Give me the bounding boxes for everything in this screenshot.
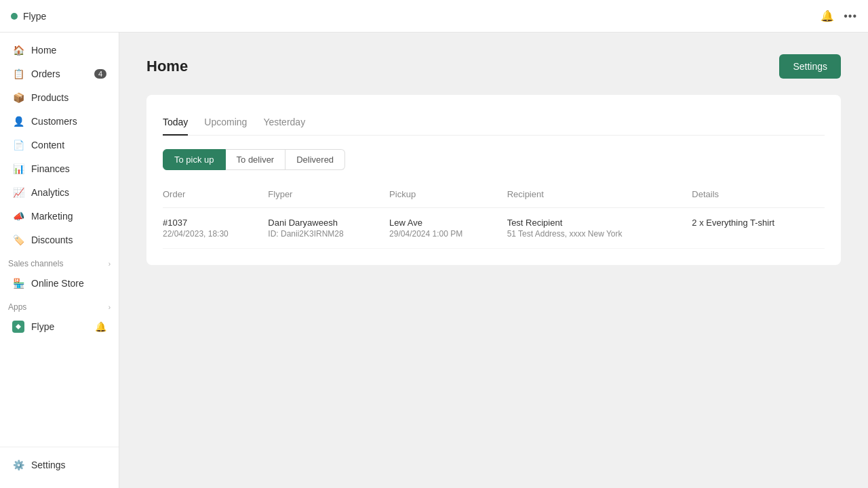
app-dot [11, 13, 18, 20]
orders-badge: 4 [94, 69, 106, 79]
tab-upcoming[interactable]: Upcoming [204, 111, 247, 136]
topbar-right-actions: 🔔 ••• [821, 9, 857, 22]
col-pickup: Pickup [389, 184, 507, 208]
settings-icon: ⚙️ [12, 459, 24, 471]
order-details: 2 x Everything T-shirt [692, 218, 774, 228]
main-card: Today Upcoming Yesterday To pick up To d… [146, 95, 841, 265]
details-cell: 2 x Everything T-shirt [692, 208, 825, 249]
apps-label: Apps [8, 302, 26, 312]
content-icon: 📄 [12, 139, 24, 151]
apps-chevron: › [108, 304, 111, 311]
sidebar-label-flype: Flype [31, 321, 54, 332]
sidebar-item-marketing[interactable]: 📣 Marketing [4, 205, 115, 228]
flyper-id: ID: Danii2K3IRNM28 [268, 229, 389, 239]
sidebar-label-finances: Finances [31, 163, 70, 174]
col-flyper: Flyper [268, 184, 389, 208]
subtab-to-pick-up[interactable]: To pick up [163, 149, 226, 170]
tab-yesterday[interactable]: Yesterday [263, 111, 305, 136]
sidebar-item-finances[interactable]: 📊 Finances [4, 157, 115, 180]
sidebar-label-customers: Customers [31, 116, 77, 127]
analytics-icon: 📈 [12, 186, 24, 199]
more-icon[interactable]: ••• [844, 10, 857, 22]
flyper-name: Dani Daryaweesh [268, 218, 389, 228]
sidebar-label-home: Home [31, 45, 56, 56]
tab-today[interactable]: Today [163, 111, 188, 136]
sidebar-item-discounts[interactable]: 🏷️ Discounts [4, 228, 115, 251]
sidebar-label-products: Products [31, 92, 68, 103]
sidebar-item-analytics[interactable]: 📈 Analytics [4, 181, 115, 204]
orders-table: Order Flyper Pickup Recipient Details #1… [163, 184, 825, 249]
discounts-icon: 🏷️ [12, 234, 24, 246]
pickup-cell: Lew Ave 29/04/2024 1:00 PM [389, 208, 507, 249]
sidebar-label-settings: Settings [31, 460, 66, 470]
sidebar: 🏠 Home 📋 Orders 4 📦 Products 👤 Customers… [0, 33, 119, 488]
apps-section: Apps › [0, 296, 119, 314]
pickup-location: Lew Ave [389, 218, 507, 228]
sales-channels-label: Sales channels [8, 259, 63, 268]
flype-bell-icon[interactable]: 🔔 [95, 321, 106, 332]
sidebar-item-settings[interactable]: ⚙️ Settings [4, 453, 115, 476]
col-details: Details [692, 184, 825, 208]
sidebar-item-products[interactable]: 📦 Products [4, 86, 115, 109]
subtab-delivered[interactable]: Delivered [285, 149, 345, 170]
sidebar-item-flype[interactable]: Flype 🔔 [4, 315, 115, 338]
table-row: #1037 22/04/2023, 18:30 Dani Daryaweesh … [163, 208, 825, 249]
subtab-to-deliver[interactable]: To deliver [226, 149, 286, 170]
topbar: Flype 🔔 ••• [0, 0, 868, 33]
sales-channels-chevron: › [108, 260, 111, 268]
page-title: Home [146, 58, 188, 75]
store-icon: 🏪 [12, 277, 24, 289]
order-cell: #1037 22/04/2023, 18:30 [163, 208, 268, 249]
customers-icon: 👤 [12, 115, 24, 127]
main-content: Home Settings Today Upcoming Yesterday T… [119, 33, 868, 488]
recipient-address: 51 Test Address, xxxx New York [507, 229, 692, 239]
sidebar-item-customers[interactable]: 👤 Customers [4, 110, 115, 133]
recipient-cell: Test Recipient 51 Test Address, xxxx New… [507, 208, 692, 249]
date-tabs: Today Upcoming Yesterday [163, 111, 825, 136]
settings-button[interactable]: Settings [779, 54, 841, 79]
page-header: Home Settings [146, 54, 841, 79]
sidebar-label-analytics: Analytics [31, 187, 69, 198]
sidebar-item-home[interactable]: 🏠 Home [4, 39, 115, 62]
finances-icon: 📊 [12, 163, 24, 175]
sales-channels-section: Sales channels › [0, 252, 119, 271]
order-date: 22/04/2023, 18:30 [163, 229, 268, 239]
col-recipient: Recipient [507, 184, 692, 208]
sidebar-item-orders[interactable]: 📋 Orders 4 [4, 62, 115, 85]
pickup-time: 29/04/2024 1:00 PM [389, 229, 507, 239]
sidebar-label-content: Content [31, 140, 64, 150]
orders-icon: 📋 [12, 68, 24, 80]
recipient-name: Test Recipient [507, 218, 692, 228]
flyper-cell: Dani Daryaweesh ID: Danii2K3IRNM28 [268, 208, 389, 249]
sidebar-label-discounts: Discounts [31, 235, 73, 245]
order-number: #1037 [163, 218, 268, 228]
products-icon: 📦 [12, 92, 24, 104]
topbar-app-name: Flype [23, 11, 46, 22]
status-subtabs: To pick up To deliver Delivered [163, 149, 825, 170]
sidebar-label-marketing: Marketing [31, 211, 73, 222]
notification-icon[interactable]: 🔔 [821, 9, 834, 22]
home-icon: 🏠 [12, 44, 24, 56]
sidebar-item-online-store[interactable]: 🏪 Online Store [4, 272, 115, 295]
sidebar-label-online-store: Online Store [31, 278, 84, 289]
sidebar-item-content[interactable]: 📄 Content [4, 134, 115, 157]
col-order: Order [163, 184, 268, 208]
flype-app-icon [12, 321, 24, 333]
sidebar-label-orders: Orders [31, 68, 60, 79]
marketing-icon: 📣 [12, 210, 24, 222]
